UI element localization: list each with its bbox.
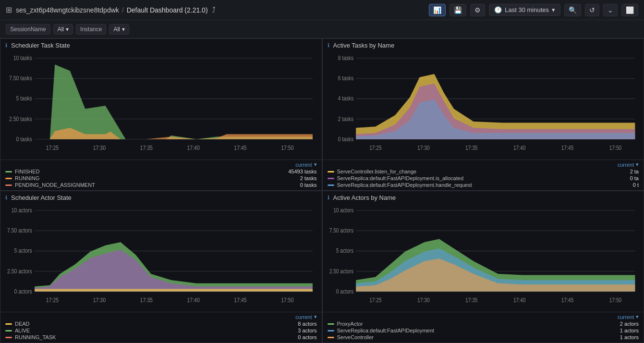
svg-text:17:50: 17:50 (281, 144, 294, 151)
svg-text:2.50 actors: 2.50 actors (7, 267, 32, 274)
time-selector[interactable]: 🕐 Last 30 minutes ▾ (489, 4, 560, 16)
svg-text:17:35: 17:35 (140, 296, 153, 304)
svg-text:17:35: 17:35 (465, 296, 478, 304)
legend-dot-srh (328, 184, 334, 186)
instance-dropdown[interactable]: All ▾ (109, 24, 129, 35)
svg-text:0 actors: 0 actors (14, 288, 32, 295)
chart-area-2: 8 tasks 6 tasks 4 tasks 2 tasks 0 tasks … (323, 50, 644, 159)
svg-text:17:30: 17:30 (417, 296, 430, 304)
legend-area-1: current ▾ FINISHED 45493 tasks RUNNING 2… (0, 159, 322, 190)
chart-button[interactable]: 📊 (429, 4, 446, 16)
legend-value-srh: 0 t (633, 182, 639, 188)
legend-dot-alive (5, 330, 12, 331)
current-link-2[interactable]: current ▾ (328, 161, 639, 168)
current-link-3[interactable]: current ▾ (5, 313, 317, 320)
svg-text:17:35: 17:35 (465, 144, 478, 151)
settings-button[interactable]: ⚙ (470, 4, 485, 16)
svg-text:2.50 actors: 2.50 actors (329, 267, 353, 274)
info-icon-3: ℹ (5, 195, 7, 201)
legend-label-finished: FINISHED (15, 169, 39, 174)
legend-row-running: RUNNING 2 tasks (5, 175, 317, 182)
chevron-down-icon: ▾ (552, 6, 555, 13)
chart-area-3: 10 actors 7.50 actors 5 actors 2.50 acto… (0, 202, 322, 312)
svg-text:17:40: 17:40 (513, 296, 525, 304)
panel-title-3: Scheduler Actor State (11, 194, 72, 201)
top-bar-right: 📊 💾 ⚙ 🕐 Last 30 minutes ▾ 🔍 ↺ ⌄ ⬜ (429, 4, 638, 16)
time-label: Last 30 minutes (505, 6, 549, 13)
panel-scheduler-task-state: ℹ Scheduler Task State 10 tasks 7.50 tas… (0, 38, 322, 191)
share-icon[interactable]: ⤴ (212, 6, 216, 14)
svg-text:17:45: 17:45 (561, 144, 573, 151)
svg-text:17:30: 17:30 (93, 144, 106, 151)
instance-label: Instance (76, 24, 106, 35)
legend-dot-finished (5, 171, 12, 172)
svg-text:5 tasks: 5 tasks (16, 95, 32, 102)
svg-text:17:50: 17:50 (281, 296, 294, 304)
svg-text:17:45: 17:45 (234, 296, 247, 304)
svg-text:17:45: 17:45 (561, 296, 573, 304)
legend-dot-srn (328, 330, 334, 331)
legend-row-pending: PENDING_NODE_ASSIGNMENT 0 tasks (5, 182, 317, 188)
workspace-label[interactable]: ses_zxt6p48wngtckibzsne8tdpdwk (16, 6, 119, 14)
legend-label-scn: ServeController (337, 334, 374, 340)
session-dropdown[interactable]: All ▾ (53, 24, 73, 35)
expand-button[interactable]: ⌄ (603, 4, 618, 16)
session-name-label: SessionName (6, 24, 50, 35)
current-chevron-1: ▾ (314, 161, 317, 168)
legend-value-srn: 1 actors (620, 328, 639, 333)
current-link-4[interactable]: current ▾ (328, 313, 639, 320)
legend-dot-pending (5, 184, 12, 186)
legend-row-dead: DEAD 8 actors (5, 320, 317, 327)
current-chevron-3: ▾ (314, 314, 317, 320)
search-button[interactable]: 🔍 (564, 4, 581, 16)
legend-row-serve-replica-alloc: ServeReplica:default:FastAPIDeployment.i… (328, 175, 639, 182)
chart-svg-1: 10 tasks 7.50 tasks 5 tasks 2.50 tasks 0… (4, 52, 318, 159)
current-link-1[interactable]: current ▾ (5, 161, 317, 168)
svg-text:7.50 actors: 7.50 actors (329, 227, 353, 234)
svg-text:2 tasks: 2 tasks (338, 115, 353, 122)
panel-title-2: Active Tasks by Name (333, 42, 395, 49)
legend-dot-proxy (328, 323, 334, 325)
legend-label-srn: ServeReplica:default:FastAPIDeployment (337, 328, 434, 333)
legend-area-4: current ▾ ProxyActor 2 actors ServeRepli… (323, 312, 644, 343)
svg-text:10 actors: 10 actors (333, 207, 353, 214)
panel-title-4: Active Actors by Name (333, 194, 396, 201)
legend-label-running: RUNNING (15, 175, 39, 181)
session-chevron-icon: ▾ (66, 26, 69, 33)
legend-row-proxy: ProxyActor 2 actors (328, 320, 639, 327)
filter-bar: SessionName All ▾ Instance All ▾ (0, 20, 644, 38)
panel-active-tasks: ℹ Active Tasks by Name 8 tasks 6 tasks 4… (322, 38, 644, 191)
legend-label-proxy: ProxyActor (337, 321, 363, 327)
svg-text:17:25: 17:25 (46, 144, 59, 151)
chart-svg-4: 10 actors 7.50 actors 5 actors 2.50 acto… (327, 204, 640, 312)
legend-label-dead: DEAD (15, 321, 30, 327)
panel-scheduler-actor-state: ℹ Scheduler Actor State 10 actors 7.50 a… (0, 191, 322, 343)
svg-text:17:45: 17:45 (234, 144, 247, 151)
dashboard-grid: ℹ Scheduler Task State 10 tasks 7.50 tas… (0, 38, 644, 343)
legend-label-pending: PENDING_NODE_ASSIGNMENT (15, 182, 95, 188)
breadcrumb: ses_zxt6p48wngtckibzsne8tdpdwk / Default… (16, 6, 208, 14)
refresh-button[interactable]: ↺ (585, 4, 599, 16)
info-icon-1: ℹ (5, 42, 7, 49)
legend-value-sra: 0 ta (630, 175, 639, 181)
chart-area-1: 10 tasks 7.50 tasks 5 tasks 2.50 tasks 0… (0, 50, 322, 159)
legend-dot-scn (328, 337, 334, 338)
svg-text:0 tasks: 0 tasks (338, 135, 353, 142)
legend-value-sc: 2 ta (630, 169, 639, 174)
save-button[interactable]: 💾 (450, 4, 466, 16)
svg-text:5 actors: 5 actors (14, 247, 32, 254)
grid-icon[interactable]: ⊞ (6, 5, 12, 14)
display-button[interactable]: ⬜ (621, 4, 638, 16)
legend-value-alive: 3 actors (298, 328, 316, 333)
svg-text:8 tasks: 8 tasks (338, 54, 353, 61)
svg-text:17:25: 17:25 (46, 296, 59, 304)
session-value: All (58, 26, 64, 33)
current-label-3: current (295, 314, 312, 320)
svg-text:17:25: 17:25 (369, 144, 382, 151)
instance-value: All (113, 26, 120, 33)
panel-title-1: Scheduler Task State (11, 42, 70, 49)
legend-value-rt: 0 actors (298, 334, 316, 340)
legend-dot-running (5, 178, 12, 179)
legend-row-serve-replica-name: ServeReplica:default:FastAPIDeployment 1… (328, 327, 639, 334)
current-chevron-4: ▾ (636, 314, 639, 320)
